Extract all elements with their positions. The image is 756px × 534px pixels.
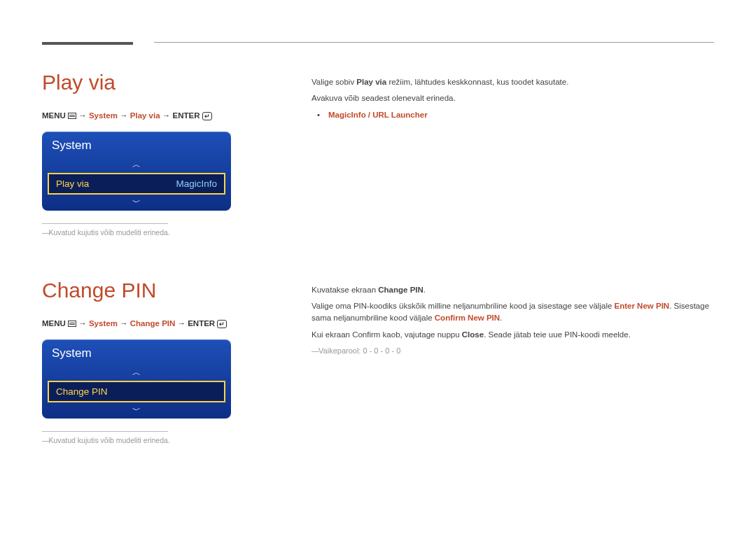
breadcrumb-changepin: Change PIN bbox=[130, 319, 176, 328]
body-highlight: Enter New PIN bbox=[615, 302, 670, 310]
body-highlight: Confirm New PIN bbox=[435, 314, 500, 322]
header-rule bbox=[154, 42, 714, 43]
chevron-up-icon[interactable]: ︿ bbox=[42, 365, 231, 381]
heading-play-via: Play via bbox=[42, 71, 262, 94]
menu-row-play-via[interactable]: Play via MagicInfo bbox=[48, 173, 225, 195]
breadcrumb-text: MENU bbox=[42, 111, 68, 120]
enter-icon: ↵ bbox=[202, 112, 212, 120]
breadcrumb-text: → bbox=[118, 319, 130, 328]
body-text: Kuvatakse ekraan bbox=[312, 286, 378, 294]
footnote-text: Kuvatud kujutis võib mudeliti erineda. bbox=[42, 228, 262, 237]
body-line: Avakuva võib seadest olenevalt erineda. bbox=[312, 92, 714, 104]
breadcrumb-text: ENTER bbox=[173, 111, 202, 120]
body-text: . bbox=[500, 314, 502, 322]
breadcrumb-system: System bbox=[89, 319, 118, 328]
note-default-password: Vaikeparool: 0 - 0 - 0 - 0 bbox=[312, 345, 714, 357]
menu-row-label: Change PIN bbox=[56, 386, 108, 397]
menu-card-title: System bbox=[42, 339, 231, 365]
breadcrumb-text: MENU bbox=[42, 319, 68, 328]
breadcrumb-change-pin: MENU → System → Change PIN → ENTER ↵ bbox=[42, 319, 262, 328]
breadcrumb-play-via: MENU → System → Play via → ENTER ↵ bbox=[42, 111, 262, 120]
enter-icon: ↵ bbox=[217, 320, 227, 328]
body-bold: Close bbox=[462, 330, 484, 339]
section-play-via: Play via MENU → System → Play via → ENTE… bbox=[42, 71, 714, 237]
section-change-pin: Change PIN MENU → System → Change PIN → … bbox=[42, 279, 714, 444]
body-text: Valige oma PIN-koodiks ükskõik milline n… bbox=[312, 302, 615, 310]
breadcrumb-text: → bbox=[118, 111, 130, 120]
menu-card-change-pin: System ︿ Change PIN ﹀ bbox=[42, 339, 231, 419]
body-text: . bbox=[424, 286, 426, 294]
menu-card-title: System bbox=[42, 132, 231, 157]
heading-change-pin: Change PIN bbox=[42, 279, 262, 302]
menu-row-change-pin[interactable]: Change PIN bbox=[48, 381, 225, 402]
menu-icon bbox=[68, 113, 76, 119]
body-bold: Play via bbox=[356, 78, 386, 86]
body-line: Valige oma PIN-koodiks ükskõik milline n… bbox=[312, 300, 714, 325]
bullet-item: MagicInfo / URL Launcher bbox=[312, 109, 714, 121]
menu-row-value: MagicInfo bbox=[176, 178, 217, 189]
bullet-label: MagicInfo / URL Launcher bbox=[328, 111, 428, 119]
footnote-text: Kuvatud kujutis võib mudeliti erineda. bbox=[42, 436, 262, 444]
menu-card-play-via: System ︿ Play via MagicInfo ﹀ bbox=[42, 132, 231, 211]
breadcrumb-text: → bbox=[76, 111, 89, 120]
body-line: Valige sobiv Play via režiim, lähtudes k… bbox=[312, 76, 714, 88]
chevron-down-icon[interactable]: ﹀ bbox=[42, 402, 231, 419]
body-line: Kuvatakse ekraan Change PIN. bbox=[312, 284, 714, 296]
breadcrumb-text: → bbox=[160, 111, 173, 120]
body-text: Kui ekraan Confirm kaob, vajutage nuppu bbox=[312, 330, 462, 339]
body-text: . Seade jätab teie uue PIN-koodi meelde. bbox=[484, 330, 631, 339]
breadcrumb-system: System bbox=[89, 111, 118, 120]
breadcrumb-text: → bbox=[175, 319, 188, 328]
breadcrumb-text: ENTER bbox=[188, 319, 217, 328]
chevron-up-icon[interactable]: ︿ bbox=[42, 157, 231, 173]
chevron-down-icon[interactable]: ﹀ bbox=[42, 195, 231, 211]
footnote-rule bbox=[42, 431, 168, 432]
header-accent-bar bbox=[42, 42, 133, 45]
body-text: Valige sobiv bbox=[312, 78, 356, 86]
body-text: režiim, lähtudes keskkonnast, kus toodet… bbox=[386, 78, 568, 86]
breadcrumb-text: → bbox=[76, 319, 89, 328]
menu-icon bbox=[68, 321, 76, 327]
body-line: Kui ekraan Confirm kaob, vajutage nuppu … bbox=[312, 329, 714, 341]
breadcrumb-playvia: Play via bbox=[130, 111, 160, 120]
footnote-rule bbox=[42, 223, 168, 224]
body-bold: Change PIN bbox=[378, 286, 424, 294]
menu-row-label: Play via bbox=[56, 178, 89, 189]
